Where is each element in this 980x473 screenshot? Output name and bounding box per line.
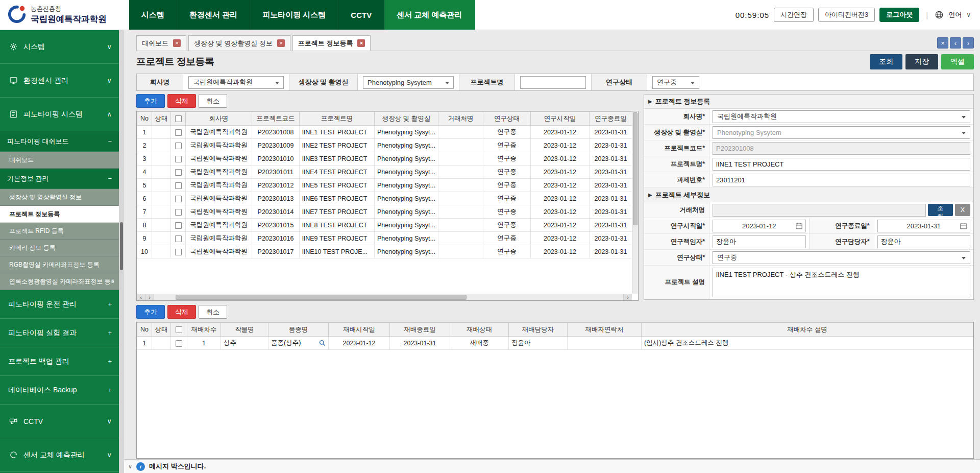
sidebar-item[interactable]: 피노타이핑 실험 결과+ [0,319,119,347]
project-row[interactable]: 10국립원예특작과학원P202301017lINE10 TEST PROJE..… [137,245,632,258]
sub-add-button[interactable]: 추가 [136,305,165,319]
tab-close-icon[interactable]: × [357,39,365,47]
column-header[interactable]: 상태 [152,112,171,126]
sub-cancel-button[interactable]: 취소 [199,305,227,319]
research-start-date[interactable]: 2023-01-12 [713,220,806,232]
scroll-right-icon[interactable]: › [623,294,632,300]
cultivation-row[interactable]: 11상추품종(상추)2023-01-122023-01-31재배중장윤아(임시)… [137,337,973,350]
sidebar-item[interactable]: 시스템∨ [0,30,119,64]
excel-button[interactable]: 엑셀 [941,54,974,69]
tab[interactable]: 프로젝트 정보등록× [292,35,371,51]
tab-next-button[interactable]: › [963,37,974,49]
row-checkbox[interactable] [175,209,182,216]
row-checkbox[interactable] [175,156,182,162]
project-row[interactable]: 2국립원예특작과학원P202301009lINE2 TEST PROJECTPh… [137,139,632,152]
save-button[interactable]: 저장 [905,54,938,69]
column-header[interactable]: 연구상태 [483,112,531,126]
tab-close-all-button[interactable]: × [937,37,948,49]
chevron-down-icon[interactable]: ∨ [966,11,971,18]
research-lead-input[interactable] [713,235,806,248]
column-header[interactable]: 작물명 [221,323,268,337]
column-header[interactable]: No [137,112,152,126]
project-desc-textarea[interactable]: lINE1 TEST PROJECT - 상추 건조스트레스 진행 [713,268,970,297]
column-header[interactable] [171,112,186,126]
column-header[interactable]: 재배자연락처 [568,323,642,337]
filter-chamber-select[interactable]: Phenotyping Sysytem [363,76,454,89]
scrollbar-thumb[interactable] [120,222,123,270]
filter-company-select[interactable]: 국립원예특작과학원 [188,76,284,89]
form-company-select[interactable]: 국립원예특작과학원 [713,110,970,123]
form-chamber-select[interactable]: Phenotyping Sysytem [713,126,970,139]
project-row[interactable]: 9국립원예특작과학원P202301016lINE9 TEST PROJECTPh… [137,232,632,245]
add-button[interactable]: 추가 [136,94,165,108]
sidebar-item[interactable]: CCTV∨ [0,405,119,438]
tab[interactable]: 생장상 및 영상촬영실 정보× [188,35,290,51]
column-header[interactable]: 재배시작일 [329,323,390,337]
sidebar-item[interactable]: 데이타베이스 Backup+ [0,376,119,405]
column-header[interactable]: 거래처명 [438,112,483,126]
row-checkbox[interactable] [175,182,182,189]
scrollbar-thumb[interactable] [176,295,467,300]
extend-time-button[interactable]: 시간연장 [774,8,814,22]
column-header[interactable]: 연구시작일 [531,112,590,126]
project-row[interactable]: 4국립원예특작과학원P202301011lINE4 TEST PROJECTPh… [137,165,632,179]
sub-select-all-checkbox[interactable] [176,326,182,333]
column-header[interactable]: 회사명 [186,112,252,126]
row-checkbox[interactable] [175,249,182,255]
version-button[interactable]: 아이티컨버전3 [818,8,875,22]
project-row[interactable]: 1국립원예특작과학원P202301008lINE1 TEST PROJECTPh… [137,126,632,139]
topnav-item[interactable]: CCTV [338,0,384,30]
sidebar-item[interactable]: 생장상 및 영상촬영실 정보 [0,189,119,206]
sidebar-item[interactable]: 피노타이핑 운전 관리+ [0,290,119,319]
project-row[interactable]: 6국립원예특작과학원P202301013lINE6 TEST PROJECTPh… [137,192,632,205]
filter-project-input[interactable] [520,76,586,89]
collapse-icon[interactable]: ∨ [128,463,132,470]
row-checkbox[interactable] [175,222,182,229]
grid-horizontal-scrollbar[interactable]: ‹ › › [137,294,632,300]
client-clear-button[interactable]: X [955,204,970,216]
sidebar-item[interactable]: 프로젝트 백업 관리+ [0,347,119,376]
logout-button[interactable]: 로그아웃 [879,8,919,22]
scrollbar-thumb[interactable] [633,112,638,225]
project-name-input[interactable] [713,158,970,171]
sidebar-item[interactable]: 센서 교체 예측관리∨ [0,438,119,472]
row-checkbox[interactable] [175,169,182,176]
row-checkbox[interactable] [176,340,182,347]
topnav-item[interactable]: 환경센서 관리 [177,0,250,30]
tab-close-icon[interactable]: × [277,39,285,47]
sidebar-item[interactable]: 환경센서 관리∨ [0,64,119,98]
sidebar-item[interactable]: 피노타이핑 대쉬보드− [0,131,119,152]
sidebar-item[interactable]: 프로젝트 정보등록 [0,206,119,223]
project-row[interactable]: 3국립원예특작과학원P202301010lINE3 TEST PROJECTPh… [137,152,632,165]
sub-delete-button[interactable]: 삭제 [167,305,196,319]
topnav-item[interactable]: 시스템 [129,0,177,30]
project-row[interactable]: 5국립원예특작과학원P202301012lINE5 TEST PROJECTPh… [137,179,632,192]
tab-close-icon[interactable]: × [173,39,181,47]
tab[interactable]: 대쉬보드× [136,35,186,51]
sidebar-item[interactable]: RGB촬영실 카메라좌표정보 등록 [0,256,119,273]
column-header[interactable]: 재배차수 [187,323,221,337]
variety-search-icon[interactable] [319,340,326,346]
research-end-date[interactable]: 2023-01-31 [877,220,971,232]
language-label[interactable]: 언어 [948,10,962,19]
task-number-input[interactable] [713,174,970,186]
client-search-button[interactable]: 조회 [928,204,953,216]
sidebar-scrollbar[interactable] [119,30,124,473]
column-header[interactable] [171,323,187,337]
cancel-button[interactable]: 취소 [199,94,227,108]
delete-button[interactable]: 삭제 [167,94,196,108]
column-header[interactable]: 재배차수 설명 [642,323,973,337]
column-header[interactable]: No [137,323,152,337]
column-header[interactable]: 상태 [152,323,171,337]
sidebar-item[interactable]: 피노타이핑 시스템∧ [0,98,119,131]
column-header[interactable]: 프로젝트명 [300,112,375,126]
column-header[interactable]: 재배상태 [450,323,509,337]
column-header[interactable]: 프로젝트코드 [252,112,300,126]
row-checkbox[interactable] [175,196,182,202]
sidebar-item[interactable]: 프로젝트 RFID 등록 [0,223,119,240]
row-checkbox[interactable] [175,235,182,242]
select-all-checkbox[interactable] [175,115,182,122]
column-header[interactable]: 재배담당자 [509,323,568,337]
column-header[interactable]: 생장상 및 촬영실 [375,112,438,126]
project-row[interactable]: 7국립원예특작과학원P202301014lINE7 TEST PROJECTPh… [137,205,632,219]
